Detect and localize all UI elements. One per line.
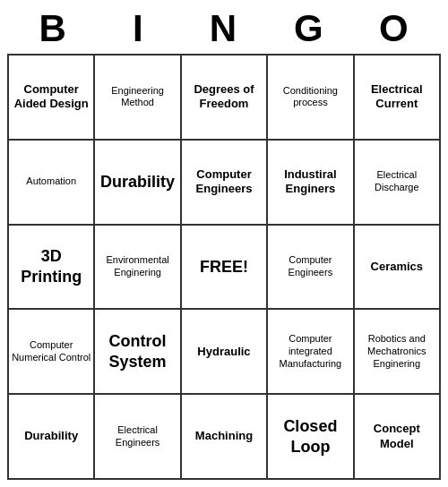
bingo-cell-6: Durability <box>95 141 181 226</box>
title-o: O <box>352 7 437 50</box>
bingo-cell-18: Computer integrated Manufacturing <box>268 310 354 395</box>
bingo-cell-10: 3D Printing <box>9 226 95 311</box>
bingo-cell-4: Electrical Current <box>355 56 441 141</box>
title-g: G <box>267 7 352 50</box>
bingo-cell-1: Engineering Method <box>95 56 181 141</box>
bingo-cell-23: Closed Loop <box>268 395 354 480</box>
title-n: N <box>181 7 266 50</box>
bingo-cell-9: Electrical Discharge <box>355 141 441 226</box>
bingo-cell-13: Computer Engineers <box>268 226 354 311</box>
bingo-cell-17: Hydraulic <box>182 310 268 395</box>
bingo-cell-7: Computer Engineers <box>182 141 268 226</box>
bingo-cell-11: Environmental Enginering <box>95 226 181 311</box>
title-i: I <box>96 7 181 50</box>
bingo-cell-2: Degrees of Freedom <box>182 56 268 141</box>
bingo-cell-19: Robotics and Mechatronics Enginering <box>355 310 441 395</box>
bingo-cell-16: Control System <box>95 310 181 395</box>
bingo-cell-15: Computer Numerical Control <box>9 310 95 395</box>
bingo-cell-0: Computer Aided Design <box>9 56 95 141</box>
bingo-cell-14: Ceramics <box>355 226 441 311</box>
bingo-cell-20: Durability <box>9 395 95 480</box>
bingo-cell-5: Automation <box>9 141 95 226</box>
title-b: B <box>11 7 96 50</box>
bingo-grid: Computer Aided DesignEngineering MethodD… <box>7 54 441 480</box>
bingo-cell-8: Industiral Enginers <box>268 141 354 226</box>
bingo-cell-21: Electrical Engineers <box>95 395 181 480</box>
bingo-cell-12: FREE! <box>182 226 268 311</box>
bingo-title: B I N G O <box>7 7 441 50</box>
bingo-cell-22: Machining <box>182 395 268 480</box>
bingo-cell-3: Conditioning process <box>268 56 354 141</box>
bingo-cell-24: Concept Model <box>355 395 441 480</box>
